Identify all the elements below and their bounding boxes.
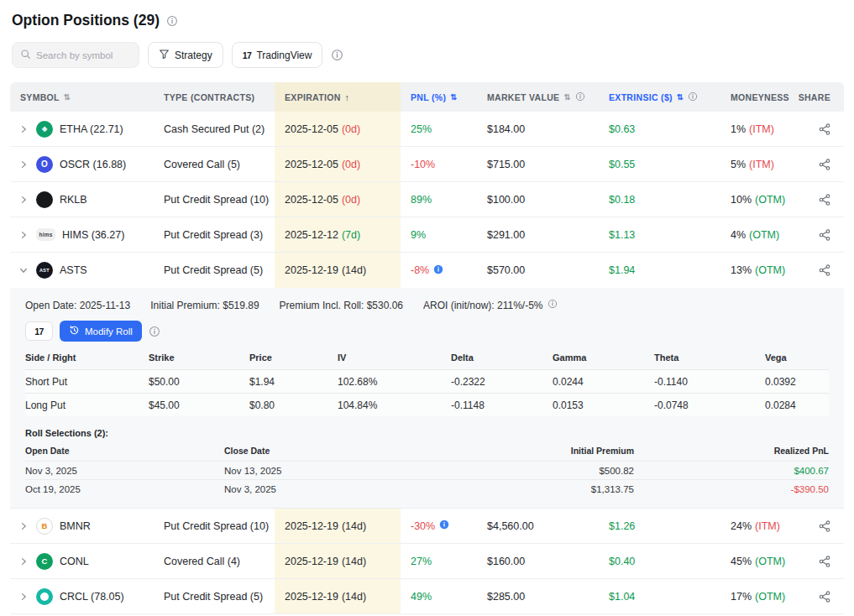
table-row[interactable]: AST ASTS Put Credit Spread (5) 2025-12-1… <box>10 253 844 288</box>
position-details-panel: Open Date: 2025-11-13 Initial Premium: $… <box>10 288 844 509</box>
table-row[interactable]: hims HIMS (36.27) Put Credit Spread (3) … <box>10 217 844 253</box>
chevron-right-icon[interactable] <box>18 556 29 566</box>
chevron-right-icon[interactable] <box>18 195 29 205</box>
extrinsic-cell: $0.40 <box>599 556 720 567</box>
theta-value: -0.0748 <box>654 399 765 411</box>
expiration-date: 2025-12-05 <box>285 159 338 170</box>
sort-ascending-icon[interactable]: ↑ <box>345 92 350 102</box>
aroi-value: AROI (init/now): 211%/-5% <box>423 299 558 311</box>
extrinsic-cell: $0.63 <box>599 123 720 135</box>
chevron-right-icon[interactable] <box>18 124 29 134</box>
share-button[interactable] <box>804 147 844 181</box>
chevron-right-icon[interactable] <box>18 521 29 531</box>
symbol-cell[interactable]: RKLB <box>10 191 154 208</box>
extrinsic-cell: $0.18 <box>599 194 720 206</box>
strategy-button-label: Strategy <box>175 50 212 61</box>
strike-value: $45.00 <box>149 399 249 411</box>
symbol-label: RKLB <box>60 194 87 206</box>
type-cell: Put Credit Spread (10) <box>154 194 275 206</box>
search-icon <box>20 48 31 63</box>
symbol-cell[interactable]: CRCL (78.05) <box>10 588 154 605</box>
symbol-label: BMNR <box>60 520 91 532</box>
search-input[interactable] <box>36 50 131 60</box>
share-button[interactable] <box>804 112 844 146</box>
info-icon[interactable] <box>439 519 449 532</box>
share-button[interactable] <box>804 579 844 613</box>
share-button[interactable] <box>804 509 844 543</box>
toolbar: Strategy 17 TradingView <box>12 42 844 68</box>
roll-table-row: Nov 3, 2025 Nov 13, 2025 $500.82 $400.67 <box>25 461 829 479</box>
pnl-cell: 27% <box>401 556 477 567</box>
roll-realized-pnl: -$390.50 <box>634 484 829 494</box>
strike-value: $50.00 <box>149 376 249 388</box>
expiration-cell: 2025-12-05 (0d) <box>275 182 401 217</box>
info-icon[interactable] <box>433 264 443 277</box>
pnl-cell: -10% <box>401 159 477 170</box>
chevron-right-icon[interactable] <box>18 159 29 170</box>
info-icon[interactable] <box>149 326 160 337</box>
type-cell: Put Credit Spread (5) <box>154 591 275 603</box>
price-value: $0.80 <box>249 399 338 411</box>
market-value-cell: $4,560.00 <box>477 520 599 532</box>
roll-realized-pnl: $400.67 <box>634 466 829 476</box>
modify-roll-button[interactable]: Modify Roll <box>60 321 142 342</box>
chevron-down-icon[interactable] <box>18 265 29 275</box>
chevron-right-icon[interactable] <box>18 230 29 240</box>
symbol-label: HIMS (36.27) <box>62 229 124 241</box>
share-button[interactable] <box>804 253 844 288</box>
roll-close-date: Nov 13, 2025 <box>224 466 426 476</box>
crcl-logo-icon <box>36 588 53 605</box>
sort-icon[interactable]: ⇅ <box>677 92 684 102</box>
theta-value: -0.1140 <box>654 376 765 388</box>
symbol-label: CRCL (78.05) <box>60 591 124 603</box>
sort-icon[interactable]: ⇅ <box>563 92 570 102</box>
bmnr-logo-icon: B <box>36 518 53 535</box>
table-row[interactable]: O OSCR (16.88) Covered Call (5) 2025-12-… <box>10 147 844 182</box>
info-icon[interactable] <box>688 91 698 103</box>
delta-value: -0.1148 <box>451 399 553 411</box>
symbol-cell[interactable]: C CONL <box>10 553 154 570</box>
page-header: Option Positions (29) <box>12 12 844 29</box>
symbol-cell[interactable]: B BMNR <box>10 518 154 535</box>
table-row[interactable]: ◆ ETHA (22.71) Cash Secured Put (2) 2025… <box>10 112 844 147</box>
asts-logo-icon: AST <box>36 262 53 279</box>
sort-icon[interactable]: ⇅ <box>64 92 71 102</box>
moneyness-cell: 5%(ITM) <box>720 159 804 170</box>
column-header-symbol[interactable]: SYMBOL⇅ <box>10 82 154 112</box>
expiration-cell: 2025-12-05 (0d) <box>275 112 401 146</box>
column-header-market-value[interactable]: MARKET VALUE⇅ <box>477 82 599 112</box>
table-row[interactable]: C CONL Covered Call (4) 2025-12-19 (14d)… <box>10 544 844 579</box>
legs-table-header: Side / Right Strike Price IV Delta Gamma… <box>25 342 829 369</box>
strategy-filter-button[interactable]: Strategy <box>148 42 223 68</box>
symbol-cell[interactable]: O OSCR (16.88) <box>10 156 154 173</box>
table-row[interactable]: B BMNR Put Credit Spread (10) 2025-12-19… <box>10 509 844 544</box>
table-row[interactable]: RKLB Put Credit Spread (10) 2025-12-05 (… <box>10 182 844 217</box>
chevron-right-icon[interactable] <box>18 592 29 602</box>
tradingview-chart-button[interactable]: 17 <box>25 321 53 341</box>
table-row[interactable]: CRCL (78.05) Put Credit Spread (5) 2025-… <box>10 579 844 614</box>
info-icon[interactable] <box>575 91 585 103</box>
info-icon[interactable] <box>331 49 343 61</box>
expiration-days: (14d) <box>342 264 366 276</box>
symbol-cell[interactable]: ◆ ETHA (22.71) <box>10 121 154 138</box>
info-icon[interactable] <box>548 299 558 311</box>
symbol-cell[interactable]: AST ASTS <box>10 262 154 279</box>
share-button[interactable] <box>804 217 844 252</box>
legs-table-row: Short Put $50.00 $1.94 102.68% -0.2322 0… <box>25 369 829 393</box>
column-header-pnl[interactable]: PNL (%)⇅ <box>401 82 477 112</box>
search-input-container[interactable] <box>12 42 139 68</box>
share-button[interactable] <box>804 544 844 578</box>
moneyness-cell: 1%(ITM) <box>720 123 804 135</box>
share-button[interactable] <box>804 182 844 217</box>
pnl-cell: 9% <box>401 229 477 241</box>
expiration-date: 2025-12-05 <box>285 194 338 206</box>
position-actions: 17 Modify Roll <box>25 321 829 342</box>
column-header-extrinsic[interactable]: EXTRINSIC ($)⇅ <box>599 82 720 112</box>
column-header-expiration[interactable]: EXPIRATION↑ <box>275 82 401 112</box>
symbol-cell[interactable]: hims HIMS (36.27) <box>10 228 154 241</box>
expiration-date: 2025-12-19 <box>285 264 338 276</box>
tradingview-logo-icon: 17 <box>243 50 252 60</box>
info-icon[interactable] <box>166 15 178 27</box>
tradingview-button[interactable]: 17 TradingView <box>232 42 323 68</box>
sort-icon[interactable]: ⇅ <box>450 92 457 102</box>
